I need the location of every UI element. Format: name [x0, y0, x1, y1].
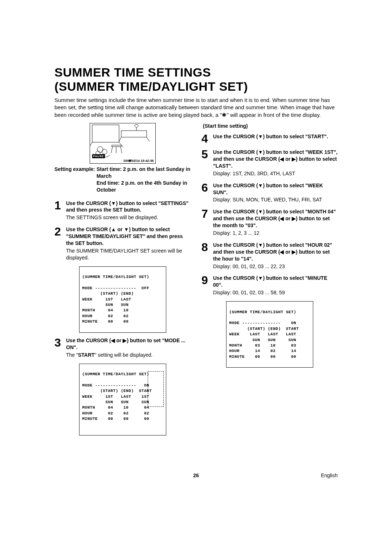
step-1: 1 Use the CURSOR (▼) button to select "S… — [54, 200, 191, 221]
language-label: English — [321, 472, 338, 478]
svg-line-13 — [121, 147, 122, 153]
step-sub: Display: 00, 01, 02, 03 ... 58, 59 — [213, 289, 338, 296]
step-sub: The "START" setting will be displayed. — [66, 352, 191, 359]
step-instruction: Use the CURSOR (▼) button to select "WEE… — [213, 149, 338, 169]
osd-row: WEEK 1ST LAST 1ST — [82, 394, 150, 399]
title-line-2: (SUMMER TIME/DAYLIGHT SET) — [54, 79, 248, 93]
step-body: Use the CURSOR (▼) button to select "MIN… — [213, 275, 338, 296]
step-body: Use the CURSOR (▼) button to select "WEE… — [213, 149, 338, 177]
osd-row: SUN SUN SUN — [82, 400, 150, 404]
svg-line-1 — [90, 142, 92, 146]
step-2: 2 Use the CURSOR (▲ or ▼) button to sele… — [54, 226, 191, 261]
step-body: Use the CURSOR (▼) button to select "WEE… — [213, 182, 338, 204]
osd-screen-on-start: (SUMMER TIME/DAYLIGHT SET) MODE --------… — [79, 364, 166, 436]
svg-point-8 — [97, 147, 103, 152]
step-sub: Display: 00, 01, 02, 03 ... 22, 23 — [213, 263, 338, 270]
osd-row: MONTH 04 10 04 — [82, 405, 150, 410]
step-number: 6 — [201, 182, 212, 193]
osd-row: (START) (END) START — [229, 327, 299, 331]
step-instruction: Use the CURSOR (▼) button to select "WEE… — [213, 183, 323, 195]
step-number: 8 — [201, 242, 212, 252]
osd-title: (SUMMER TIME/DAYLIGHT SET) — [82, 372, 150, 376]
step-body: Use the CURSOR (▼) button to select "MON… — [213, 208, 338, 237]
step-number: 9 — [201, 275, 212, 285]
step-instruction: Use the CURSOR (▼) button to select "STA… — [213, 134, 328, 139]
step-sub: Display: 1ST, 2ND, 3RD, 4TH, LAST — [213, 170, 338, 177]
step-8: 8 Use the CURSOR (▼) button to select "H… — [201, 242, 338, 270]
osd-row: MODE ---------------- ON — [82, 383, 150, 388]
step-number: 5 — [201, 149, 212, 159]
step-body: Use the CURSOR (◀ or ▶) button to set "M… — [66, 337, 191, 359]
step-number: 7 — [201, 208, 212, 219]
step-number: 4 — [201, 133, 212, 144]
svg-line-6 — [147, 137, 150, 142]
page-title: SUMMER TIME SETTINGS (SUMMER TIME/DAYLIG… — [54, 65, 338, 94]
osd-row: MONTH 04 10 — [82, 308, 129, 312]
setting-example: Setting example: Start time: 2 p.m. on t… — [54, 166, 191, 193]
playback-illustration: PAUSE ✱ 2001/02/14 15:42:36 — [90, 123, 156, 164]
osd-row: WEEK 1ST LAST — [82, 297, 131, 302]
step-body: Use the CURSOR (▼) button to select "HOU… — [213, 242, 338, 270]
step-9: 9 Use the CURSOR (▼) button to select "M… — [201, 275, 338, 296]
step-instruction: Use the CURSOR (▼) button to select "MIN… — [213, 275, 327, 288]
step-sub: The SUMMER TIME/DAYLIGHT SET screen will… — [66, 247, 191, 261]
pause-label: PAUSE — [92, 154, 105, 158]
start-time-heading: (Start time setting) — [203, 123, 338, 129]
osd-row: WEEK LAST LAST LAST — [229, 332, 297, 336]
step-body: Use the CURSOR (▼) button to select "SET… — [66, 200, 191, 221]
osd-screen-off: (SUMMER TIME/DAYLIGHT SET) MODE --------… — [79, 266, 166, 333]
intro-paragraph: Summer time settings include the time wh… — [54, 97, 338, 119]
step-sub: Display: SUN, MON, TUE, WED, THU, FRI, S… — [213, 196, 338, 203]
step-number: 1 — [54, 200, 65, 210]
step-instruction: Use the CURSOR (▲ or ▼) button to select… — [66, 226, 183, 246]
osd-row: HOUR 14 02 14 — [229, 349, 297, 353]
svg-point-9 — [102, 149, 107, 154]
playback-timestamp: 2001/02/14 15:42:36 — [123, 159, 154, 163]
osd-row: MODE --------------- ON — [229, 321, 297, 325]
osd-row: (START) (END) — [82, 291, 134, 296]
osd-row: SUN SUN — [82, 303, 129, 307]
content-columns: PAUSE ✱ 2001/02/14 15:42:36 Setting exam… — [54, 123, 338, 440]
osd-row: HOUR 02 02 — [82, 314, 129, 318]
step-instruction: Use the CURSOR (▼) button to select "SET… — [66, 200, 188, 213]
osd-title: (SUMMER TIME/DAYLIGHT SET) — [82, 275, 150, 279]
step-instruction: Use the CURSOR (▼) button to select "HOU… — [213, 242, 332, 262]
step-6: 6 Use the CURSOR (▼) button to select "W… — [201, 182, 338, 204]
manual-page: SUMMER TIME SETTINGS (SUMMER TIME/DAYLIG… — [0, 0, 392, 500]
osd-row: HOUR 02 02 02 — [82, 411, 150, 416]
left-column: PAUSE ✱ 2001/02/14 15:42:36 Setting exam… — [54, 123, 191, 440]
svg-line-5 — [119, 137, 121, 142]
osd-row: MONTH 03 10 03 — [229, 343, 297, 348]
step-instruction: Use the CURSOR (▼) button to select "MON… — [213, 209, 336, 228]
example-line-2: End time: 2 p.m. on the 4th Sunday in Oc… — [97, 180, 191, 193]
page-number: 26 — [193, 472, 199, 478]
step-number: 2 — [54, 226, 65, 237]
step-sub-strong: START — [78, 352, 95, 358]
example-line-1: Start time: 2 p.m. on the last Sunday in… — [97, 166, 191, 180]
osd-row: MINUTE 00 00 — [82, 319, 129, 324]
step-4: 4 Use the CURSOR (▼) button to select "S… — [201, 133, 338, 144]
osd-row: MODE ---------------- OFF — [82, 286, 150, 290]
osd-row: SUN SUN SUN — [229, 338, 297, 342]
svg-rect-11 — [112, 145, 121, 147]
step-sub: Display: 1, 2, 3 ... 12 — [213, 230, 338, 237]
step-3: 3 Use the CURSOR (◀ or ▶) button to set … — [54, 337, 191, 359]
step-7: 7 Use the CURSOR (▼) button to select "M… — [201, 208, 338, 237]
step-5: 5 Use the CURSOR (▼) button to select "W… — [201, 149, 338, 177]
title-line-1: SUMMER TIME SETTINGS — [54, 65, 211, 79]
osd-row: MINUTE 00 00 00 — [229, 355, 297, 359]
right-column: (Start time setting) 4 Use the CURSOR (▼… — [201, 123, 338, 440]
osd-screen-result: (SUMMER TIME/DAYLIGHT SET) MODE --------… — [226, 301, 313, 368]
example-label: Setting example: — [54, 166, 97, 180]
page-footer: 26 English — [54, 472, 338, 478]
step-sub: The SETTINGS screen will be displayed. — [66, 214, 191, 221]
osd-title: (SUMMER TIME/DAYLIGHT SET) — [229, 310, 297, 314]
svg-rect-4 — [121, 131, 147, 137]
osd-row: MINUTE 00 00 00 — [82, 417, 150, 421]
step-body: Use the CURSOR (▼) button to select "STA… — [213, 133, 338, 140]
step-body: Use the CURSOR (▲ or ▼) button to select… — [66, 226, 191, 261]
step-instruction: Use the CURSOR (◀ or ▶) button to set "M… — [66, 337, 185, 350]
osd-row: (START) (END) START — [82, 389, 152, 393]
svg-rect-0 — [92, 125, 119, 142]
step-number: 3 — [54, 337, 65, 348]
